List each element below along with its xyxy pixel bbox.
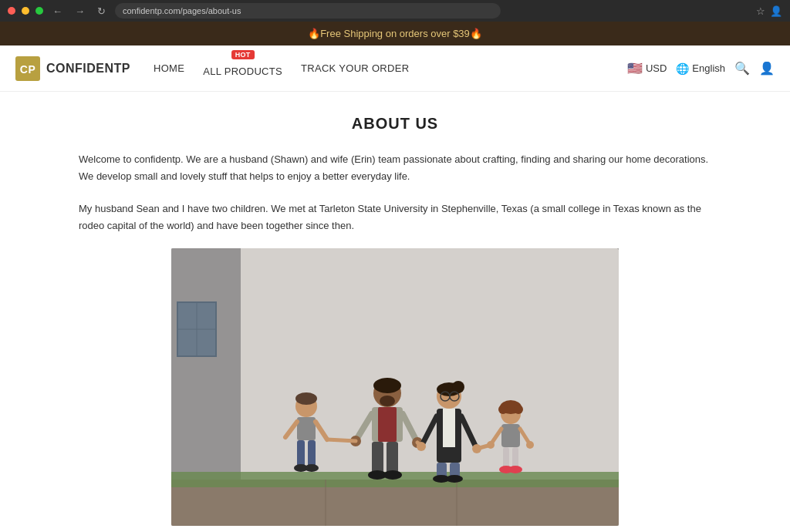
about-image xyxy=(171,248,619,526)
site-nav: HOME HOT ALL PRODUCTS TRACK YOUR ORDER xyxy=(154,59,409,77)
cart-button[interactable]: 👤 xyxy=(759,61,775,76)
about-intro: Welcome to confidentp. We are a husband … xyxy=(79,151,711,185)
language-label: English xyxy=(692,62,725,74)
svg-rect-19 xyxy=(297,440,305,467)
browser-close-dot[interactable] xyxy=(8,7,15,15)
browser-minimize-dot[interactable] xyxy=(22,7,29,15)
family-photo-svg xyxy=(171,248,619,526)
currency-label: USD xyxy=(646,62,667,74)
svg-rect-33 xyxy=(387,442,398,474)
svg-point-22 xyxy=(305,464,319,472)
svg-rect-16 xyxy=(297,417,316,440)
browser-reload-button[interactable]: ↻ xyxy=(94,4,109,19)
svg-point-64 xyxy=(508,466,522,473)
browser-actions: ☆ 👤 xyxy=(756,5,782,17)
browser-chrome: ← → ↻ confidentp.com/pages/about-us ☆ 👤 xyxy=(0,0,790,22)
svg-point-15 xyxy=(295,392,317,405)
svg-point-51 xyxy=(446,475,463,483)
svg-point-24 xyxy=(373,378,401,393)
browser-forward-button[interactable]: → xyxy=(72,4,88,19)
hot-badge: HOT xyxy=(231,50,255,59)
svg-point-55 xyxy=(514,405,523,414)
logo-text: CONFIDENTP xyxy=(46,62,130,76)
svg-line-66 xyxy=(417,443,421,446)
browser-url-text: confidentp.com/pages/about-us xyxy=(123,6,241,15)
svg-rect-43 xyxy=(443,409,455,447)
nav-track-order[interactable]: TRACK YOUR ORDER xyxy=(301,62,409,74)
about-story: My husband Sean and I have two children.… xyxy=(79,200,711,234)
svg-point-25 xyxy=(380,396,395,406)
site-logo[interactable]: CP CONFIDENTP xyxy=(15,56,130,81)
browser-bookmark-button[interactable]: ☆ xyxy=(756,5,765,17)
logo-icon: CP xyxy=(15,56,40,81)
about-title: ABOUT US xyxy=(79,115,711,133)
globe-icon: 🌐 xyxy=(676,62,689,75)
browser-url-bar[interactable]: confidentp.com/pages/about-us xyxy=(115,3,501,19)
svg-rect-32 xyxy=(372,442,383,474)
browser-maximize-dot[interactable] xyxy=(35,7,43,15)
browser-profile-button[interactable]: 👤 xyxy=(770,5,782,17)
svg-rect-27 xyxy=(378,407,397,442)
nav-home[interactable]: HOME xyxy=(154,62,184,74)
svg-rect-56 xyxy=(501,424,520,447)
svg-point-54 xyxy=(498,405,508,414)
svg-rect-20 xyxy=(308,440,316,467)
svg-line-65 xyxy=(327,439,356,441)
shipping-banner: 🔥Free Shipping on orders over $39🔥 xyxy=(0,22,790,45)
language-selector[interactable]: 🌐 English xyxy=(676,62,725,75)
search-button[interactable]: 🔍 xyxy=(734,61,750,76)
currency-selector[interactable]: 🇺🇸 USD xyxy=(627,61,667,76)
site-header: CP CONFIDENTP HOME HOT ALL PRODUCTS TRAC… xyxy=(0,45,790,92)
main-content: ABOUT US Welcome to confidentp. We are a… xyxy=(48,92,742,532)
svg-text:CP: CP xyxy=(20,63,35,76)
svg-rect-61 xyxy=(503,447,509,469)
us-flag-icon: 🇺🇸 xyxy=(627,61,643,76)
header-right: 🇺🇸 USD 🌐 English 🔍 👤 xyxy=(627,61,775,76)
svg-point-60 xyxy=(526,441,534,449)
svg-point-35 xyxy=(383,470,402,480)
svg-rect-62 xyxy=(512,447,518,469)
browser-back-button[interactable]: ← xyxy=(49,4,66,19)
svg-rect-4 xyxy=(171,248,241,480)
nav-all-products[interactable]: HOT ALL PRODUCTS xyxy=(203,59,282,77)
shipping-banner-text: 🔥Free Shipping on orders over $39🔥 xyxy=(308,28,482,39)
